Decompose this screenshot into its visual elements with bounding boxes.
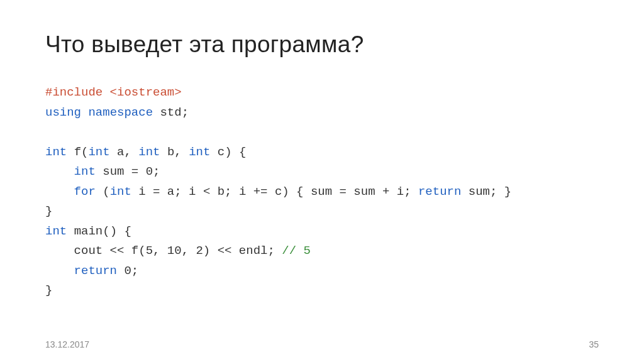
code-kw-return: return (74, 264, 117, 278)
code-cout-line: cout << f(5, 10, 2) << endl; (74, 244, 275, 258)
code-sum-decl: sum = 0; (103, 165, 160, 178)
slide-footer: 13.12.2017 35 (45, 339, 599, 349)
code-main: main() { (74, 224, 131, 238)
code-kw-int: int (45, 145, 67, 159)
footer-page-number: 35 (589, 339, 599, 349)
code-kw-namespace: namespace (88, 106, 153, 119)
code-for-body: i = a; i < b; i += c) { sum = sum + i; (138, 185, 411, 199)
code-kw-int: int (189, 145, 210, 159)
code-open-paren: ( (103, 185, 109, 199)
code-std: std; (160, 106, 189, 119)
code-kw-int: int (110, 185, 131, 199)
code-zero: 0; (124, 264, 138, 278)
code-kw-int: int (45, 224, 67, 238)
code-param-c: c) { (218, 145, 247, 159)
code-kw-int: int (138, 145, 160, 159)
code-brace-close: } (45, 283, 52, 297)
code-param-b: b, (167, 145, 182, 159)
code-param-a: a, (117, 145, 131, 159)
code-fname: f( (74, 145, 89, 159)
slide-title: Что выведет эта программа? (45, 31, 599, 58)
code-include: #include <iostream> (45, 85, 182, 99)
code-brace-close: } (45, 204, 52, 218)
code-kw-for: for (74, 185, 96, 199)
code-block: #include <iostream> using namespace std;… (45, 83, 599, 301)
code-kw-int: int (88, 145, 109, 159)
code-kw-return: return (418, 185, 461, 199)
footer-date: 13.12.2017 (45, 339, 89, 349)
code-return-sum: sum; } (469, 185, 511, 199)
code-comment: // 5 (282, 244, 311, 258)
code-kw-int: int (74, 165, 96, 178)
code-kw-using: using (45, 106, 81, 119)
slide: Что выведет эта программа? #include <ios… (0, 0, 644, 362)
